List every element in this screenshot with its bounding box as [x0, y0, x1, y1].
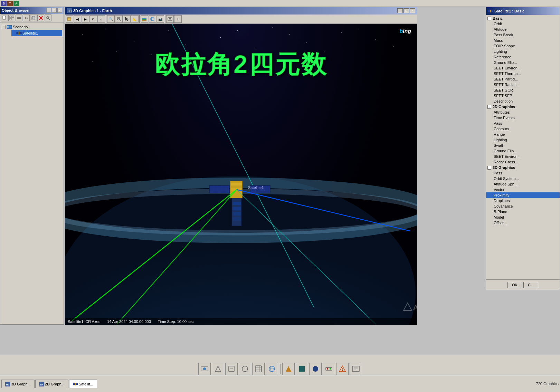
info-btn-3[interactable] — [225, 363, 238, 375]
tree-item-satellite[interactable]: Satellite1 — [11, 30, 62, 36]
right-properties-panel: Satellite1 : Basic - Basic Orbit Attitud… — [486, 7, 560, 290]
prop-3d-droplines[interactable]: Droplines — [486, 198, 560, 203]
info-btn-6[interactable] — [266, 363, 278, 375]
prop-mass[interactable]: Mass — [486, 38, 560, 43]
refresh-btn[interactable]: ↺ — [89, 15, 97, 23]
screenshot-btn[interactable] — [166, 15, 174, 23]
prop-orbit[interactable]: Orbit — [486, 21, 560, 27]
scenario-label: Scenario1 — [13, 25, 30, 29]
svg-marker-88 — [215, 366, 221, 372]
delete-btn[interactable] — [37, 15, 44, 21]
info-btn-10[interactable] — [323, 363, 335, 375]
zoom-in-btn[interactable]: 🔍 — [107, 15, 115, 23]
prop-3d-vector[interactable]: Vector — [486, 187, 560, 192]
3d-viewport[interactable]: Satellite1 AGI 欧拉角2四元数 bing Satellite1 I… — [65, 24, 417, 325]
info-btn-4[interactable] — [239, 363, 251, 375]
prop-3d-attitudesph[interactable]: Attitude Sph... — [486, 181, 560, 187]
prop-passbreak[interactable]: Pass Break — [486, 32, 560, 38]
info-btn-2[interactable] — [212, 363, 224, 375]
prop-description[interactable]: Description — [486, 98, 560, 104]
find-btn[interactable] — [45, 15, 51, 21]
prop-2d-timeevents[interactable]: Time Events — [486, 115, 560, 121]
zoom-out-btn[interactable] — [115, 15, 123, 23]
tab-2d-graph[interactable]: 2D 2D Graph... — [35, 380, 68, 388]
expand-2d[interactable]: - — [487, 105, 491, 109]
measure-btn[interactable]: 📐 — [131, 15, 139, 23]
prop-2d-contours[interactable]: Contours — [486, 126, 560, 132]
window-maximize[interactable]: □ — [404, 8, 409, 13]
collapse-btn[interactable] — [16, 15, 22, 21]
tab-3d-graph[interactable]: 3D 3D Graph... — [1, 380, 35, 388]
info-btn-12[interactable] — [350, 363, 362, 375]
prop-eoir[interactable]: EOIR Shape — [486, 43, 560, 49]
prop-2d-pass[interactable]: Pass — [486, 121, 560, 126]
expand-3d[interactable]: - — [487, 166, 491, 170]
prop-attitude[interactable]: Attitude — [486, 27, 560, 32]
info-btn-9[interactable] — [309, 363, 322, 375]
camera-btn[interactable]: 📷 — [156, 15, 164, 23]
prop-2d-attributes[interactable]: Attributes — [486, 109, 560, 115]
prop-seet-environ[interactable]: SEET Environ... — [486, 65, 560, 71]
window-minimize[interactable]: _ — [397, 8, 403, 13]
cancel-button[interactable]: C... — [523, 282, 538, 288]
info-btn-7[interactable] — [282, 363, 295, 375]
prop-3d-proximity[interactable]: Proximity — [486, 192, 560, 198]
prop-3d-pass[interactable]: Pass — [486, 170, 560, 176]
group-basic[interactable]: - Basic — [486, 16, 560, 21]
info-btn-1[interactable] — [198, 363, 211, 375]
info-btn-8[interactable] — [296, 363, 308, 375]
graphics-label: 720 Graphics — [536, 382, 559, 386]
minimize-btn[interactable]: _ — [46, 8, 51, 13]
group-3d-graphics[interactable]: - 3D Graphics — [486, 165, 560, 170]
prop-seet-therma[interactable]: SEET Therma... — [486, 71, 560, 76]
info-btn-11[interactable] — [336, 363, 349, 375]
globe-btn[interactable] — [149, 15, 156, 23]
maximize-btn[interactable]: □ — [52, 8, 57, 13]
properties-list: - Basic Orbit Attitude Pass Break Mass E… — [486, 15, 560, 278]
forward-btn[interactable]: ▶ — [82, 15, 89, 23]
layers-btn[interactable] — [141, 15, 148, 23]
expand-icon[interactable]: - — [2, 25, 6, 29]
tree-item-scenario[interactable]: - Scenario1 — [2, 24, 62, 30]
browser-tree: - Scenario1 Satellite1 — [0, 22, 64, 38]
prop-seet-sep[interactable]: SEET SEP — [486, 93, 560, 98]
info-btn-5[interactable] — [252, 363, 265, 375]
window-close[interactable]: × — [410, 8, 415, 13]
prop-3d-offset[interactable]: Offset... — [486, 220, 560, 226]
new-btn[interactable] — [1, 15, 8, 21]
prop-reference[interactable]: Reference — [486, 54, 560, 60]
sys-icon-1[interactable]: S — [1, 1, 7, 6]
tab-satellite[interactable]: Satellit... — [69, 380, 97, 388]
prop-2d-lighting[interactable]: Lighting — [486, 137, 560, 143]
prop-lighting[interactable]: Lighting — [486, 49, 560, 54]
tab-3d-icon: 3D — [5, 382, 10, 386]
prop-2d-range[interactable]: Range — [486, 132, 560, 137]
select-btn[interactable] — [123, 15, 131, 23]
prop-3d-bplane[interactable]: B-Plane — [486, 209, 560, 214]
info-btn[interactable]: ℹ — [174, 15, 182, 23]
prop-3d-model[interactable]: Model — [486, 214, 560, 220]
prop-3d-orbitsystem[interactable]: Orbit System... — [486, 176, 560, 181]
sys-icon-3[interactable]: A — [13, 1, 19, 6]
expand-basic[interactable]: - — [487, 17, 491, 20]
prop-2d-radarcross[interactable]: Radar Cross... — [486, 159, 560, 165]
open-file-btn[interactable] — [66, 15, 73, 23]
prop-ground-elip[interactable]: Ground Elip... — [486, 60, 560, 65]
close-btn[interactable]: × — [57, 8, 62, 13]
prop-2d-swath[interactable]: Swath — [486, 143, 560, 148]
prop-3d-covariance[interactable]: Covariance — [486, 203, 560, 209]
prop-2d-groundelip[interactable]: Ground Elip... — [486, 148, 560, 154]
copy-btn[interactable] — [30, 15, 37, 21]
3d-window-icon: 3D — [67, 8, 72, 13]
cut-btn[interactable]: ✂ — [23, 15, 30, 21]
home-btn[interactable]: ⌂ — [97, 15, 105, 23]
prop-seet-particl[interactable]: SEET Particl... — [486, 76, 560, 82]
prop-seet-gcr[interactable]: SEET GCR — [486, 87, 560, 93]
group-2d-graphics[interactable]: - 2D Graphics — [486, 104, 560, 109]
back-btn[interactable]: ◀ — [74, 15, 81, 23]
sys-icon-2[interactable]: T — [7, 1, 13, 6]
prop-seet-radiati[interactable]: SEET Radiati... — [486, 82, 560, 87]
ok-button[interactable]: OK — [507, 282, 522, 288]
expand-btn[interactable] — [8, 15, 15, 21]
prop-2d-seetenviron[interactable]: SEET Environ... — [486, 154, 560, 159]
